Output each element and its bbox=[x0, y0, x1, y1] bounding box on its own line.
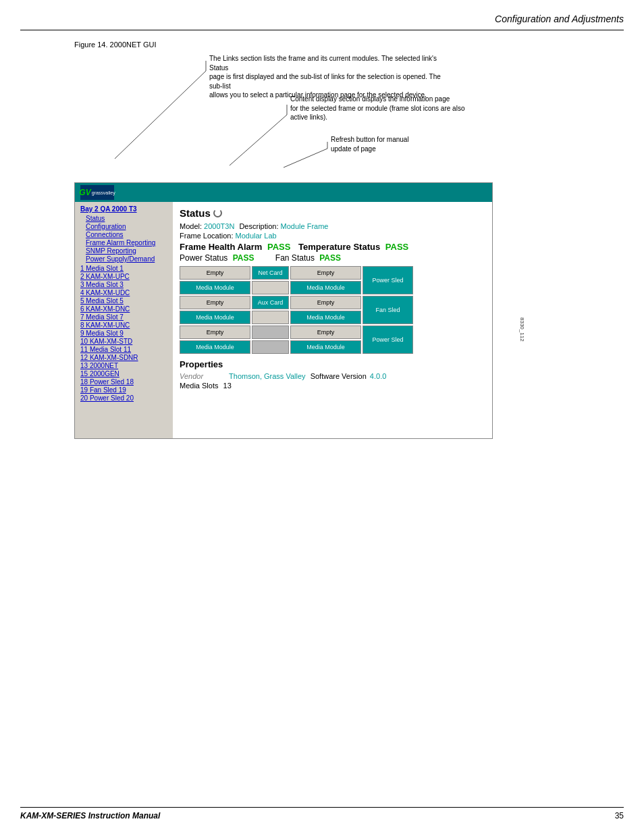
gui-sidebar: Bay 2 QA 2000 T3 Status Configuration Co… bbox=[75, 202, 173, 438]
logo-box: GV grassvalley bbox=[80, 185, 114, 200]
sidebar-item-slot3[interactable]: 3 Media Slot 3 bbox=[80, 281, 167, 288]
slot-r3c3-empty: Empty bbox=[290, 296, 361, 309]
sidebar-item-power[interactable]: Power Supply/Demand bbox=[86, 255, 167, 263]
slot-r5c2-gray bbox=[252, 325, 289, 339]
sidebar-item-kam-unc[interactable]: 8 KAM-XM-UNC bbox=[80, 321, 167, 329]
slot-power-sled-2[interactable]: Power Sled bbox=[363, 325, 413, 354]
sidebar-item-slot1[interactable]: 1 Media Slot 1 bbox=[80, 265, 167, 272]
svg-line-4 bbox=[284, 149, 327, 167]
frame-location-label: Frame Location: bbox=[180, 232, 233, 240]
power-fan-row: Power Status PASS Fan Status PASS bbox=[180, 253, 485, 263]
health-alarm-value: PASS bbox=[267, 242, 290, 252]
side-note: 8330_112 bbox=[519, 317, 525, 342]
gui-topbar: GV grassvalley bbox=[75, 183, 492, 202]
frame-location-row: Frame Location: Modular Lab bbox=[180, 232, 485, 240]
page-footer: KAM-XM-SERIES Instruction Manual 35 bbox=[20, 807, 624, 820]
power-status-value: PASS bbox=[233, 253, 254, 263]
header-title: Configuration and Adjustments bbox=[495, 14, 624, 24]
sidebar-item-frame-alarm[interactable]: Frame Alarm Reporting bbox=[86, 239, 167, 246]
sidebar-header[interactable]: Bay 2 QA 2000 T3 bbox=[80, 205, 167, 213]
sidebar-item-kam-sdnr[interactable]: 12 KAM-XM-SDNR bbox=[80, 354, 167, 361]
slot-r6c1-media[interactable]: Media Module bbox=[180, 340, 250, 354]
sidebar-item-kam-dnc[interactable]: 6 KAM-XM-DNC bbox=[80, 305, 167, 313]
temp-status-value: PASS bbox=[385, 242, 408, 252]
slot-r2c1-media[interactable]: Media Module bbox=[180, 281, 250, 294]
software-label: Software Version bbox=[311, 372, 367, 380]
frame-location-value: Modular Lab bbox=[236, 232, 277, 240]
gui-main: Bay 2 QA 2000 T3 Status Configuration Co… bbox=[75, 202, 492, 438]
sidebar-item-snmp[interactable]: SNMP Reporting bbox=[86, 247, 167, 255]
annotation-content: Content display section displays the inf… bbox=[290, 95, 486, 122]
description-label: Description: bbox=[239, 222, 278, 230]
sidebar-item-slot9[interactable]: 9 Media Slot 9 bbox=[80, 330, 167, 337]
temp-status-label: Temperature Status bbox=[298, 242, 380, 252]
vendor-value: Thomson, Grass Valley bbox=[229, 372, 306, 380]
slot-r5c3-empty: Empty bbox=[290, 325, 361, 339]
slot-r2c3-media[interactable]: Media Module bbox=[290, 281, 361, 294]
media-slots-value: 13 bbox=[223, 382, 232, 390]
sidebar-item-status[interactable]: Status bbox=[86, 215, 167, 222]
logo-gv: GV bbox=[79, 188, 90, 197]
sidebar-item-sled20[interactable]: 20 Power Sled 20 bbox=[80, 394, 167, 402]
sidebar-item-slot5[interactable]: 5 Media Slot 5 bbox=[80, 297, 167, 305]
model-row: Model: 2000T3N Description: Module Frame bbox=[180, 222, 485, 230]
description-value: Module Frame bbox=[281, 222, 329, 230]
sidebar-item-2000gen[interactable]: 15 2000GEN bbox=[80, 370, 167, 377]
slot-r4c3-media[interactable]: Media Module bbox=[290, 311, 361, 324]
annotations-area: The Links section lists the frame and it… bbox=[74, 54, 624, 179]
slot-net-card[interactable]: Net Card bbox=[252, 266, 289, 280]
vendor-row: Vendor Thomson, Grass Valley Software Ve… bbox=[180, 372, 485, 380]
slot-r2c2-spacer bbox=[252, 281, 289, 294]
slot-r1c1-empty: Empty bbox=[180, 266, 250, 280]
software-value: 4.0.0 bbox=[370, 372, 386, 380]
sidebar-item-connections[interactable]: Connections bbox=[86, 231, 167, 238]
footer-page-number: 35 bbox=[615, 811, 624, 820]
sidebar-item-kam-upc[interactable]: 2 KAM-XM-UPC bbox=[80, 273, 167, 280]
slot-r3c1-empty: Empty bbox=[180, 296, 250, 309]
slot-fan-sled[interactable]: Fan Sled bbox=[363, 296, 413, 324]
logo-grassvalley: grassvalley bbox=[92, 190, 115, 195]
svg-line-2 bbox=[230, 115, 287, 165]
slot-aux-card[interactable]: Aux Card bbox=[252, 296, 289, 309]
status-title-row: Status bbox=[180, 207, 485, 219]
fan-status-label: Fan Status bbox=[275, 253, 315, 263]
sidebar-item-kam-udc[interactable]: 4 KAM-XM-UDC bbox=[80, 289, 167, 296]
sidebar-item-sled18[interactable]: 18 Power Sled 18 bbox=[80, 378, 167, 386]
sidebar-item-fan19[interactable]: 19 Fan Sled 19 bbox=[80, 386, 167, 394]
slot-power-sled-1[interactable]: Power Sled bbox=[363, 266, 413, 294]
media-slots-label: Media Slots bbox=[180, 382, 218, 390]
sidebar-item-2000net[interactable]: 13 2000NET bbox=[80, 362, 167, 369]
sidebar-item-configuration[interactable]: Configuration bbox=[86, 223, 167, 230]
slot-r1c3-empty: Empty bbox=[290, 266, 361, 280]
gui-content-panel: Status Model: 2000T3N Description: Modul… bbox=[173, 202, 492, 438]
gui-window: GV grassvalley Bay 2 QA 2000 T3 Status C… bbox=[74, 182, 493, 439]
slot-r5c1-empty: Empty bbox=[180, 325, 250, 339]
slot-r4c1-media[interactable]: Media Module bbox=[180, 311, 250, 324]
gui-screenshot: GV grassvalley Bay 2 QA 2000 T3 Status C… bbox=[74, 182, 513, 439]
page-header: Configuration and Adjustments bbox=[20, 14, 624, 30]
annotation-links: The Links section lists the frame and it… bbox=[209, 54, 452, 100]
power-status-label: Power Status bbox=[180, 253, 227, 263]
status-label: Status bbox=[180, 207, 211, 219]
refresh-icon[interactable] bbox=[213, 209, 222, 217]
fan-status-value: PASS bbox=[319, 253, 341, 263]
annotation-refresh: Refresh button for manual update of page bbox=[331, 135, 466, 153]
figure-caption: Figure 14. 2000NET GUI bbox=[74, 41, 624, 49]
sidebar-item-slot11[interactable]: 11 Media Slot 11 bbox=[80, 346, 167, 353]
properties-title: Properties bbox=[180, 359, 485, 369]
sidebar-item-slot7[interactable]: 7 Media Slot 7 bbox=[80, 313, 167, 321]
model-label: Model: bbox=[180, 222, 202, 230]
vendor-label: Vendor bbox=[180, 372, 220, 380]
sidebar-item-kam-std[interactable]: 10 KAM-XM-STD bbox=[80, 338, 167, 345]
footer-manual-title: KAM-XM-SERIES Instruction Manual bbox=[20, 811, 160, 820]
slot-r4c2-spacer bbox=[252, 311, 289, 324]
health-alarm-label: Frame Health Alarm bbox=[180, 242, 262, 252]
slot-grid: Empty Net Card Empty Power Sled Media Mo… bbox=[180, 266, 485, 354]
slot-r6c3-media[interactable]: Media Module bbox=[290, 340, 361, 354]
slot-r6c2-gray bbox=[252, 340, 289, 354]
media-slots-row: Media Slots 13 bbox=[180, 382, 485, 390]
properties-section: Properties Vendor Thomson, Grass Valley … bbox=[180, 359, 485, 390]
health-alarm-row: Frame Health Alarm PASS Temperature Stat… bbox=[180, 242, 485, 252]
svg-line-0 bbox=[115, 71, 206, 159]
model-value: 2000T3N bbox=[204, 222, 234, 230]
